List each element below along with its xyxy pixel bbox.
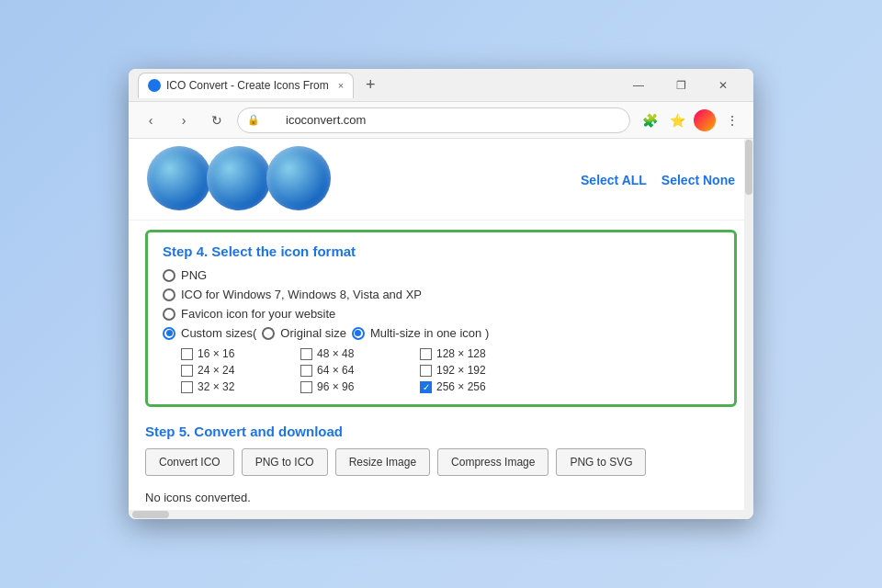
close-button[interactable]: ✕ bbox=[702, 69, 744, 102]
radio-multi-size[interactable] bbox=[352, 327, 365, 340]
size-label-2: 128 × 128 bbox=[436, 347, 486, 360]
option-ico-win-label: ICO for Windows 7, Windows 8, Vista and … bbox=[181, 288, 422, 301]
size-label-6: 32 × 32 bbox=[198, 380, 234, 393]
radio-favicon[interactable] bbox=[163, 308, 175, 321]
convert-buttons: Convert ICO PNG to ICO Resize Image Comp… bbox=[145, 448, 737, 476]
checkbox-128[interactable] bbox=[420, 348, 432, 360]
checkbox-192[interactable] bbox=[420, 365, 432, 377]
address-bar-icons: 🧩 ⭐ ⋮ bbox=[638, 108, 744, 132]
radio-custom-sizes[interactable] bbox=[163, 327, 175, 340]
option-png[interactable]: PNG bbox=[163, 268, 719, 282]
select-none-link[interactable]: Select None bbox=[662, 173, 735, 187]
radio-original-size[interactable] bbox=[262, 327, 275, 340]
page-content: Select ALL Select None Step 4. Select th… bbox=[129, 139, 753, 510]
compress-image-button[interactable]: Compress Image bbox=[437, 448, 548, 476]
png-to-svg-button[interactable]: PNG to SVG bbox=[556, 448, 646, 476]
horizontal-scrollbar[interactable] bbox=[129, 510, 753, 519]
png-to-ico-button[interactable]: PNG to ICO bbox=[242, 448, 328, 476]
vertical-scrollbar[interactable] bbox=[744, 139, 753, 510]
size-label-0: 16 × 16 bbox=[198, 347, 234, 360]
size-option-0[interactable]: 16 × 16 bbox=[181, 347, 291, 360]
select-links: Select ALL Select None bbox=[581, 169, 735, 187]
original-size-label: Original size bbox=[280, 326, 346, 340]
title-bar: ICO Convert - Create Icons From × + — ❐ … bbox=[129, 69, 753, 102]
top-section: Select ALL Select None bbox=[129, 139, 753, 220]
step5-section: Step 5. Convert and download Convert ICO… bbox=[129, 416, 753, 483]
checkbox-256[interactable]: ✓ bbox=[420, 381, 432, 393]
profile-icon[interactable] bbox=[693, 108, 717, 132]
restore-button[interactable]: ❐ bbox=[660, 69, 702, 102]
select-all-link[interactable]: Select ALL bbox=[581, 173, 647, 187]
size-label-5: 192 × 192 bbox=[436, 364, 486, 377]
size-option-5[interactable]: 192 × 192 bbox=[420, 364, 530, 377]
size-label-8: 256 × 256 bbox=[436, 380, 486, 393]
option-favicon[interactable]: Favicon icon for your website bbox=[163, 307, 719, 321]
option-favicon-label: Favicon icon for your website bbox=[181, 307, 335, 321]
resize-image-button[interactable]: Resize Image bbox=[335, 448, 430, 476]
profile-avatar bbox=[694, 109, 716, 131]
custom-sizes-label: Custom sizes( bbox=[181, 326, 256, 340]
checkbox-16[interactable] bbox=[181, 348, 193, 360]
browser-window: ICO Convert - Create Icons From × + — ❐ … bbox=[129, 69, 753, 519]
tab-close-button[interactable]: × bbox=[338, 80, 344, 91]
step4-title: Step 4. Select the icon format bbox=[163, 243, 719, 259]
icon-preview-1 bbox=[147, 146, 211, 210]
extensions-icon[interactable]: 🧩 bbox=[638, 108, 662, 132]
bookmark-icon[interactable]: ⭐ bbox=[665, 108, 689, 132]
convert-ico-button[interactable]: Convert ICO bbox=[145, 448, 234, 476]
back-button[interactable]: ‹ bbox=[138, 107, 164, 133]
size-option-2[interactable]: 128 × 128 bbox=[420, 347, 530, 360]
radio-ico-win[interactable] bbox=[163, 288, 175, 301]
scrollbar-thumb[interactable] bbox=[745, 140, 752, 195]
icon-preview-3 bbox=[266, 146, 331, 210]
custom-sizes-row: Custom sizes( Original size Multi-size i… bbox=[163, 326, 719, 340]
active-tab[interactable]: ICO Convert - Create Icons From × bbox=[138, 73, 354, 98]
size-option-7[interactable]: 96 × 96 bbox=[300, 380, 411, 393]
icon-preview-2 bbox=[207, 146, 271, 210]
reload-button[interactable]: ↻ bbox=[204, 107, 230, 133]
checkbox-64[interactable] bbox=[300, 365, 312, 377]
size-label-4: 64 × 64 bbox=[317, 364, 354, 377]
option-ico-win[interactable]: ICO for Windows 7, Windows 8, Vista and … bbox=[163, 288, 719, 301]
address-bar-input[interactable]: 🔒 icoconvert.com bbox=[237, 107, 630, 133]
radio-png[interactable] bbox=[163, 269, 175, 282]
size-label-3: 24 × 24 bbox=[198, 364, 234, 377]
size-label-7: 96 × 96 bbox=[317, 380, 354, 393]
size-option-1[interactable]: 48 × 48 bbox=[300, 347, 411, 360]
size-option-8[interactable]: ✓ 256 × 256 bbox=[420, 380, 530, 393]
menu-icon[interactable]: ⋮ bbox=[720, 108, 744, 132]
size-option-4[interactable]: 64 × 64 bbox=[300, 364, 411, 377]
size-option-3[interactable]: 24 × 24 bbox=[181, 364, 291, 377]
minimize-button[interactable]: — bbox=[617, 69, 660, 102]
size-option-6[interactable]: 32 × 32 bbox=[181, 380, 291, 393]
new-tab-button[interactable]: + bbox=[357, 73, 383, 98]
checkbox-24[interactable] bbox=[181, 365, 193, 377]
h-scrollbar-thumb[interactable] bbox=[132, 511, 169, 518]
step5-title: Step 5. Convert and download bbox=[145, 424, 737, 439]
tab-area: ICO Convert - Create Icons From × + bbox=[138, 73, 617, 98]
status-text: No icons converted. bbox=[129, 483, 753, 510]
checkbox-96[interactable] bbox=[300, 381, 312, 393]
step4-box: Step 4. Select the icon format PNG ICO f… bbox=[145, 230, 737, 407]
address-bar: ‹ › ↻ 🔒 icoconvert.com 🧩 ⭐ ⋮ bbox=[129, 102, 753, 139]
tab-title: ICO Convert - Create Icons From bbox=[166, 79, 329, 92]
icon-preview-circles bbox=[147, 146, 326, 210]
window-controls: — ❐ ✕ bbox=[617, 69, 744, 102]
option-png-label: PNG bbox=[181, 268, 207, 282]
tab-favicon bbox=[148, 79, 161, 92]
url-text: icoconvert.com bbox=[286, 113, 366, 127]
forward-button[interactable]: › bbox=[171, 107, 197, 133]
checkbox-32[interactable] bbox=[181, 381, 193, 393]
lock-icon: 🔒 bbox=[247, 114, 260, 126]
multi-size-label: Multi-size in one icon ) bbox=[370, 326, 489, 340]
checkbox-48[interactable] bbox=[300, 348, 312, 360]
size-label-1: 48 × 48 bbox=[317, 347, 354, 360]
sizes-grid: 16 × 16 48 × 48 128 × 128 24 × 24 64 × 6… bbox=[181, 347, 719, 393]
